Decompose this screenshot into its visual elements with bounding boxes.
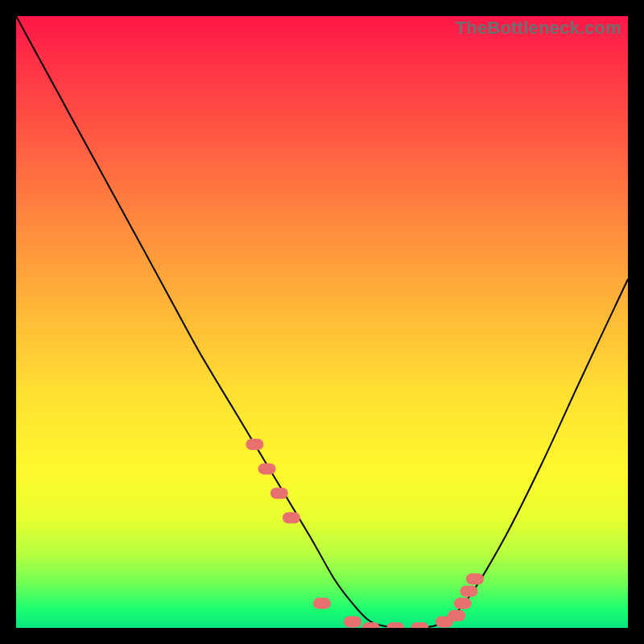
chart-frame: TheBottleneck.com	[16, 16, 628, 628]
curve-marker	[411, 622, 429, 628]
chart-svg	[16, 16, 628, 628]
curve-marker	[283, 512, 300, 523]
bottleneck-curve	[16, 16, 628, 628]
curve-marker	[460, 585, 477, 597]
curve-marker	[386, 622, 404, 628]
curve-marker	[344, 616, 361, 627]
curve-marker	[313, 598, 331, 609]
curve-marker	[362, 622, 380, 628]
curve-marker	[448, 610, 465, 621]
curve-marker	[454, 598, 472, 609]
curve-marker	[258, 463, 276, 474]
watermark-text: TheBottleneck.com	[456, 18, 621, 39]
curve-marker	[246, 439, 263, 450]
curve-marker	[466, 573, 484, 584]
curve-marker	[270, 488, 288, 499]
